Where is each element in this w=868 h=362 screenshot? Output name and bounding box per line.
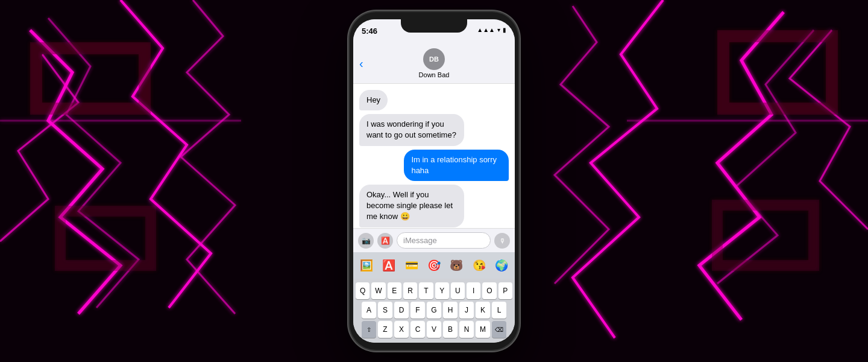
key-p[interactable]: P	[498, 282, 512, 299]
phone-screen: 5:46 ▲▲▲ ▾ ▮ ‹ DB Down Bad Hey	[353, 19, 515, 343]
phone-body: 5:46 ▲▲▲ ▾ ▮ ‹ DB Down Bad Hey	[350, 12, 518, 350]
chat-header: ‹ DB Down Bad	[353, 46, 515, 84]
phone-notch	[401, 19, 467, 33]
key-d[interactable]: D	[394, 302, 409, 319]
status-time: 5:46	[362, 27, 377, 36]
phone-device: 5:46 ▲▲▲ ▾ ▮ ‹ DB Down Bad Hey	[350, 12, 518, 350]
memoji3-drawer-icon[interactable]: 😘	[471, 256, 487, 275]
key-f[interactable]: F	[410, 302, 425, 319]
memoji1-drawer-icon[interactable]: 🎯	[426, 256, 442, 275]
key-shift[interactable]: ⇧	[362, 321, 376, 338]
key-i[interactable]: I	[467, 282, 480, 299]
signal-icon: ▲▲▲	[477, 27, 495, 33]
message-bubble-3: Im in a relationship sorry haha	[404, 150, 509, 181]
keyboard-row-2: A S D F G H J K L	[356, 302, 512, 319]
key-u[interactable]: U	[451, 282, 465, 299]
key-z[interactable]: Z	[378, 321, 392, 338]
contact-avatar[interactable]: DB	[423, 48, 445, 70]
message-bubble-1: Hey	[359, 90, 388, 110]
message-text-field[interactable]: iMessage	[397, 232, 491, 249]
key-l[interactable]: L	[492, 302, 506, 319]
key-w[interactable]: W	[371, 282, 385, 299]
back-button[interactable]: ‹	[359, 57, 363, 71]
key-x[interactable]: X	[394, 321, 409, 338]
camera-icon[interactable]: 📷	[358, 233, 374, 249]
app-drawer: 🖼️ 🅰️ 💳 🎯 🐻 😘 🌍	[353, 252, 515, 279]
appstore-drawer-icon[interactable]: 🅰️	[380, 256, 397, 275]
mic-icon[interactable]: 🎙	[494, 233, 510, 249]
key-g[interactable]: G	[427, 302, 441, 319]
wifi-icon: ▾	[497, 27, 500, 33]
battery-icon: ▮	[503, 27, 506, 33]
key-j[interactable]: J	[459, 302, 474, 319]
memoji2-drawer-icon[interactable]: 🐻	[448, 256, 465, 275]
keyboard-row-1: Q W E R T Y U I O P	[356, 282, 512, 299]
key-v[interactable]: V	[427, 321, 441, 338]
key-c[interactable]: C	[410, 321, 425, 338]
contact-name: Down Bad	[419, 71, 450, 78]
key-o[interactable]: O	[482, 282, 496, 299]
keyboard[interactable]: Q W E R T Y U I O P A S D F G H	[353, 279, 515, 343]
key-y[interactable]: Y	[435, 282, 449, 299]
key-delete[interactable]: ⌫	[492, 321, 506, 338]
key-e[interactable]: E	[388, 282, 401, 299]
key-h[interactable]: H	[443, 302, 458, 319]
message-input-bar: 📷 🅰️ iMessage 🎙	[353, 228, 515, 252]
key-r[interactable]: R	[403, 282, 417, 299]
key-s[interactable]: S	[378, 302, 392, 319]
key-n[interactable]: N	[459, 321, 474, 338]
message-bubble-2: I was wondering if you want to go out so…	[359, 114, 464, 145]
key-k[interactable]: K	[476, 302, 490, 319]
key-t[interactable]: T	[419, 282, 433, 299]
key-m[interactable]: M	[476, 321, 490, 338]
photos-drawer-icon[interactable]: 🖼️	[358, 256, 374, 275]
key-b[interactable]: B	[443, 321, 458, 338]
message-bubble-4: Okay... Well if you become single please…	[359, 185, 464, 227]
key-a[interactable]: A	[362, 302, 376, 319]
contact-info: DB Down Bad	[419, 48, 450, 78]
status-icons: ▲▲▲ ▾ ▮	[477, 27, 506, 33]
keyboard-row-3: ⇧ Z X C V B N M ⌫	[356, 321, 512, 338]
key-q[interactable]: Q	[356, 282, 370, 299]
applepay-drawer-icon[interactable]: 💳	[403, 256, 420, 275]
app-store-icon[interactable]: 🅰️	[377, 233, 393, 249]
globe-drawer-icon[interactable]: 🌍	[494, 256, 510, 275]
messages-area: Hey I was wondering if you want to go ou…	[353, 84, 515, 228]
